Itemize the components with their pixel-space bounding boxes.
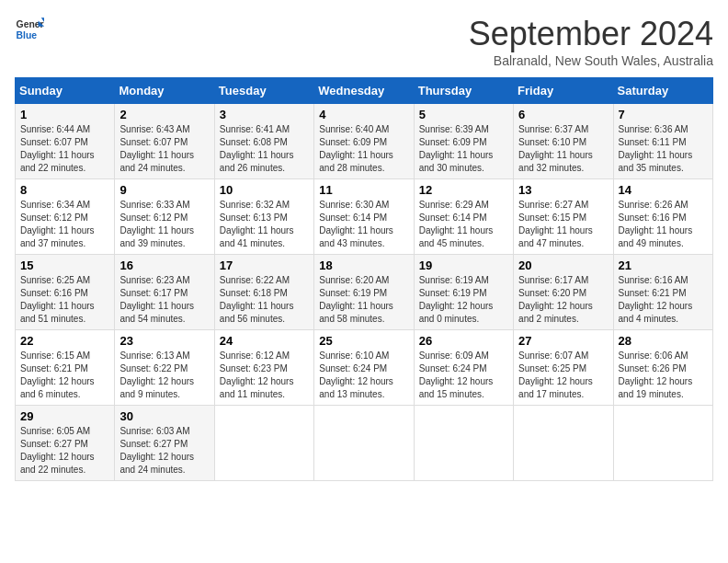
- day-number: 12: [419, 183, 508, 197]
- day-number: 28: [619, 334, 708, 348]
- day-info: Sunrise: 6:36 AMSunset: 6:11 PMDaylight:…: [619, 123, 708, 175]
- header-friday: Friday: [514, 78, 613, 104]
- calendar-cell: 11Sunrise: 6:30 AMSunset: 6:14 PMDayligh…: [314, 179, 414, 255]
- day-info: Sunrise: 6:29 AMSunset: 6:14 PMDaylight:…: [419, 199, 508, 250]
- calendar-cell: 30Sunrise: 6:03 AMSunset: 6:27 PMDayligh…: [115, 406, 214, 481]
- calendar-table: Sunday Monday Tuesday Wednesday Thursday…: [15, 77, 713, 481]
- day-number: 11: [319, 183, 408, 197]
- calendar-cell: 18Sunrise: 6:20 AMSunset: 6:19 PMDayligh…: [314, 255, 414, 330]
- calendar-cell: 25Sunrise: 6:10 AMSunset: 6:24 PMDayligh…: [314, 330, 414, 406]
- header-tuesday: Tuesday: [214, 78, 313, 104]
- calendar-cell: 27Sunrise: 6:07 AMSunset: 6:25 PMDayligh…: [514, 330, 613, 406]
- calendar-cell: 6Sunrise: 6:37 AMSunset: 6:10 PMDaylight…: [514, 104, 613, 179]
- calendar-cell: 22Sunrise: 6:15 AMSunset: 6:21 PMDayligh…: [16, 330, 115, 406]
- day-info: Sunrise: 6:32 AMSunset: 6:13 PMDaylight:…: [220, 199, 309, 250]
- day-number: 13: [518, 183, 608, 197]
- logo-icon: General Blue: [15, 15, 44, 44]
- calendar-cell: 10Sunrise: 6:32 AMSunset: 6:13 PMDayligh…: [214, 179, 313, 255]
- day-info: Sunrise: 6:39 AMSunset: 6:09 PMDaylight:…: [419, 123, 508, 175]
- header-monday: Monday: [115, 78, 214, 104]
- day-number: 7: [619, 108, 708, 121]
- calendar-cell: 9Sunrise: 6:33 AMSunset: 6:12 PMDaylight…: [115, 179, 214, 255]
- calendar-header-row: Sunday Monday Tuesday Wednesday Thursday…: [16, 78, 713, 104]
- day-number: 20: [518, 259, 608, 272]
- calendar-cell: 14Sunrise: 6:26 AMSunset: 6:16 PMDayligh…: [613, 179, 712, 255]
- day-number: 18: [319, 259, 408, 272]
- calendar-cell: 21Sunrise: 6:16 AMSunset: 6:21 PMDayligh…: [613, 255, 712, 330]
- calendar-cell: [214, 406, 313, 481]
- day-number: 3: [220, 108, 309, 121]
- day-number: 22: [20, 334, 109, 348]
- day-number: 1: [20, 108, 109, 121]
- day-number: 14: [619, 183, 708, 197]
- header-wednesday: Wednesday: [314, 78, 414, 104]
- calendar-cell: 23Sunrise: 6:13 AMSunset: 6:22 PMDayligh…: [115, 330, 214, 406]
- calendar-cell: 1Sunrise: 6:44 AMSunset: 6:07 PMDaylight…: [16, 104, 115, 179]
- calendar-cell: 3Sunrise: 6:41 AMSunset: 6:08 PMDaylight…: [214, 104, 313, 179]
- day-info: Sunrise: 6:22 AMSunset: 6:18 PMDaylight:…: [220, 274, 309, 326]
- day-info: Sunrise: 6:25 AMSunset: 6:16 PMDaylight:…: [20, 274, 109, 326]
- day-number: 25: [319, 334, 408, 348]
- calendar-week-row: 29Sunrise: 6:05 AMSunset: 6:27 PMDayligh…: [16, 406, 713, 481]
- day-number: 15: [20, 259, 109, 272]
- day-number: 5: [419, 108, 508, 121]
- calendar-cell: [514, 406, 613, 481]
- header-thursday: Thursday: [414, 78, 513, 104]
- calendar-cell: 26Sunrise: 6:09 AMSunset: 6:24 PMDayligh…: [414, 330, 513, 406]
- day-number: 8: [20, 183, 109, 197]
- day-info: Sunrise: 6:05 AMSunset: 6:27 PMDaylight:…: [20, 425, 109, 477]
- calendar-cell: 28Sunrise: 6:06 AMSunset: 6:26 PMDayligh…: [613, 330, 712, 406]
- day-info: Sunrise: 6:12 AMSunset: 6:23 PMDaylight:…: [220, 350, 309, 401]
- calendar-week-row: 22Sunrise: 6:15 AMSunset: 6:21 PMDayligh…: [16, 330, 713, 406]
- day-number: 9: [119, 183, 209, 197]
- day-info: Sunrise: 6:07 AMSunset: 6:25 PMDaylight:…: [518, 350, 608, 401]
- day-info: Sunrise: 6:43 AMSunset: 6:07 PMDaylight:…: [119, 123, 209, 175]
- calendar-cell: 2Sunrise: 6:43 AMSunset: 6:07 PMDaylight…: [115, 104, 214, 179]
- day-number: 17: [220, 259, 309, 272]
- day-number: 21: [619, 259, 708, 272]
- calendar-cell: 7Sunrise: 6:36 AMSunset: 6:11 PMDaylight…: [613, 104, 712, 179]
- day-info: Sunrise: 6:41 AMSunset: 6:08 PMDaylight:…: [220, 123, 309, 175]
- calendar-cell: [414, 406, 513, 481]
- header: General Blue September 2024 Balranald, N…: [15, 15, 713, 68]
- day-info: Sunrise: 6:06 AMSunset: 6:26 PMDaylight:…: [619, 350, 708, 401]
- day-info: Sunrise: 6:27 AMSunset: 6:15 PMDaylight:…: [518, 199, 608, 250]
- day-number: 27: [518, 334, 608, 348]
- location-subtitle: Balranald, New South Wales, Australia: [469, 53, 713, 68]
- day-number: 4: [319, 108, 408, 121]
- day-info: Sunrise: 6:23 AMSunset: 6:17 PMDaylight:…: [119, 274, 209, 326]
- calendar-cell: 8Sunrise: 6:34 AMSunset: 6:12 PMDaylight…: [16, 179, 115, 255]
- day-info: Sunrise: 6:40 AMSunset: 6:09 PMDaylight:…: [319, 123, 408, 175]
- day-info: Sunrise: 6:03 AMSunset: 6:27 PMDaylight:…: [119, 425, 209, 477]
- day-info: Sunrise: 6:37 AMSunset: 6:10 PMDaylight:…: [518, 123, 608, 175]
- calendar-cell: 13Sunrise: 6:27 AMSunset: 6:15 PMDayligh…: [514, 179, 613, 255]
- calendar-week-row: 1Sunrise: 6:44 AMSunset: 6:07 PMDaylight…: [16, 104, 713, 179]
- day-info: Sunrise: 6:19 AMSunset: 6:19 PMDaylight:…: [419, 274, 508, 326]
- day-info: Sunrise: 6:16 AMSunset: 6:21 PMDaylight:…: [619, 274, 708, 326]
- calendar-week-row: 15Sunrise: 6:25 AMSunset: 6:16 PMDayligh…: [16, 255, 713, 330]
- calendar-cell: 4Sunrise: 6:40 AMSunset: 6:09 PMDaylight…: [314, 104, 414, 179]
- calendar-cell: 5Sunrise: 6:39 AMSunset: 6:09 PMDaylight…: [414, 104, 513, 179]
- header-sunday: Sunday: [16, 78, 115, 104]
- day-number: 29: [20, 409, 109, 423]
- day-number: 6: [518, 108, 608, 121]
- day-info: Sunrise: 6:09 AMSunset: 6:24 PMDaylight:…: [419, 350, 508, 401]
- month-title: September 2024: [469, 15, 713, 53]
- day-number: 23: [119, 334, 209, 348]
- day-number: 30: [119, 409, 209, 423]
- svg-text:Blue: Blue: [17, 30, 38, 40]
- day-info: Sunrise: 6:33 AMSunset: 6:12 PMDaylight:…: [119, 199, 209, 250]
- calendar-cell: [613, 406, 712, 481]
- day-number: 26: [419, 334, 508, 348]
- calendar-cell: [314, 406, 414, 481]
- calendar-cell: 15Sunrise: 6:25 AMSunset: 6:16 PMDayligh…: [16, 255, 115, 330]
- day-info: Sunrise: 6:30 AMSunset: 6:14 PMDaylight:…: [319, 199, 408, 250]
- day-number: 16: [119, 259, 209, 272]
- day-info: Sunrise: 6:26 AMSunset: 6:16 PMDaylight:…: [619, 199, 708, 250]
- day-info: Sunrise: 6:34 AMSunset: 6:12 PMDaylight:…: [20, 199, 109, 250]
- day-info: Sunrise: 6:13 AMSunset: 6:22 PMDaylight:…: [119, 350, 209, 401]
- day-info: Sunrise: 6:17 AMSunset: 6:20 PMDaylight:…: [518, 274, 608, 326]
- calendar-cell: 17Sunrise: 6:22 AMSunset: 6:18 PMDayligh…: [214, 255, 313, 330]
- calendar-cell: 29Sunrise: 6:05 AMSunset: 6:27 PMDayligh…: [16, 406, 115, 481]
- calendar-week-row: 8Sunrise: 6:34 AMSunset: 6:12 PMDaylight…: [16, 179, 713, 255]
